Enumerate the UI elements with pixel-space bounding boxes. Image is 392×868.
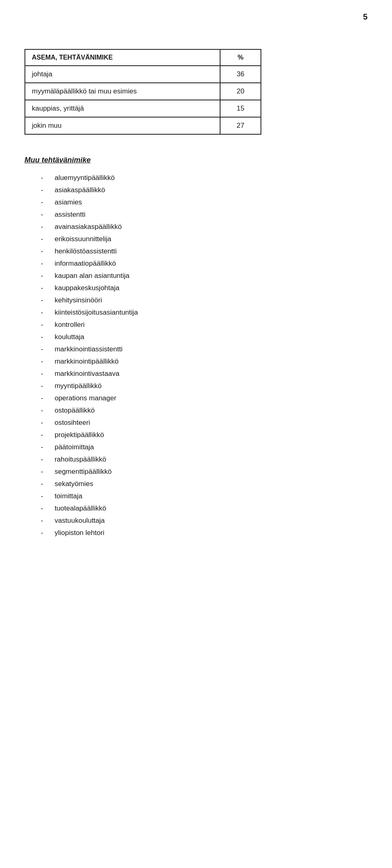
col2-header: %: [220, 49, 261, 66]
list-item-text: päätoimittaja: [55, 443, 368, 451]
col1-header: ASEMA, TEHTÄVÄNIMIKE: [25, 49, 220, 66]
list-dash: -: [41, 235, 43, 243]
list-item: -aluemyyntipäällikkö: [24, 172, 368, 184]
list-item-text: markkinointipäällikkö: [55, 357, 368, 366]
list-item: -markkinointipäällikkö: [24, 355, 368, 368]
list-item-text: operations manager: [55, 394, 368, 402]
row-label: jokin muu: [25, 117, 220, 134]
list-item: -vastuukouluttaja: [24, 515, 368, 527]
row-label: johtaja: [25, 66, 220, 83]
list-item: -assistentti: [24, 209, 368, 221]
list-dash: -: [41, 394, 43, 402]
list-dash: -: [41, 284, 43, 292]
list-item: -kaupan alan asiantuntija: [24, 270, 368, 282]
list-dash: -: [41, 504, 43, 513]
list-item: -avainasiakaspäällikkö: [24, 221, 368, 233]
list-item-text: erikoissuunnittelija: [55, 235, 368, 243]
list-item: -myyntipäällikkö: [24, 380, 368, 392]
list-item-text: rahoituspäällikkö: [55, 455, 368, 464]
list-item: -tuotealapäällikkö: [24, 502, 368, 515]
list-item: -kontrolleri: [24, 319, 368, 331]
list-item: -kehitysinsinööri: [24, 294, 368, 306]
list-item-text: ostosihteeri: [55, 419, 368, 427]
list-item: -ostosihteeri: [24, 417, 368, 429]
page-number: 5: [363, 12, 368, 22]
table-row: kauppias, yrittäjä15: [25, 100, 261, 117]
list-item: -projektipäällikkö: [24, 429, 368, 441]
list-item-text: aluemyyntipäällikkö: [55, 174, 368, 182]
row-label: kauppias, yrittäjä: [25, 100, 220, 117]
list-dash: -: [41, 480, 43, 488]
list-item-text: kehitysinsinööri: [55, 296, 368, 304]
list-dash: -: [41, 333, 43, 341]
list-dash: -: [41, 272, 43, 280]
other-section-title: Muu tehtävänimike: [24, 156, 368, 164]
list-item: -asiakaspäällikkö: [24, 184, 368, 196]
list-dash: -: [41, 345, 43, 353]
list-item: -kauppakeskusjohtaja: [24, 282, 368, 294]
list-dash: -: [41, 517, 43, 525]
list-item-text: assistentti: [55, 211, 368, 219]
list-item-text: kontrolleri: [55, 321, 368, 329]
list-dash: -: [41, 455, 43, 464]
page: 5 ASEMA, TEHTÄVÄNIMIKE % johtaja36myymäl…: [0, 0, 392, 868]
list-item: -kiinteistösijoitusasiantuntija: [24, 306, 368, 319]
list-item-text: asiamies: [55, 198, 368, 206]
list-item-text: asiakaspäällikkö: [55, 186, 368, 194]
list-item-text: markkinointiassistentti: [55, 345, 368, 353]
main-table: ASEMA, TEHTÄVÄNIMIKE % johtaja36myymäläp…: [24, 49, 261, 135]
list-dash: -: [41, 468, 43, 476]
list-dash: -: [41, 406, 43, 415]
list-item-text: segmenttipäällikkö: [55, 468, 368, 476]
row-value: 27: [220, 117, 261, 134]
list-item-text: henkilöstöassistentti: [55, 247, 368, 255]
list-dash: -: [41, 223, 43, 231]
list-item-text: tuotealapäällikkö: [55, 504, 368, 513]
list-item: -rahoituspäällikkö: [24, 453, 368, 466]
list-dash: -: [41, 357, 43, 366]
list-dash: -: [41, 296, 43, 304]
list-dash: -: [41, 443, 43, 451]
list-dash: -: [41, 321, 43, 329]
table-row: johtaja36: [25, 66, 261, 83]
list-item: -operations manager: [24, 392, 368, 404]
list-dash: -: [41, 419, 43, 427]
list-dash: -: [41, 529, 43, 537]
list-item-text: kiinteistösijoitusasiantuntija: [55, 309, 368, 317]
table-row: myymäläpäällikkö tai muu esimies20: [25, 83, 261, 100]
list-item-text: sekatyömies: [55, 480, 368, 488]
list-item: -yliopiston lehtori: [24, 527, 368, 539]
row-value: 20: [220, 83, 261, 100]
list-item-text: kouluttaja: [55, 333, 368, 341]
table-row: jokin muu27: [25, 117, 261, 134]
list-item: -ostopäällikkö: [24, 404, 368, 417]
other-items-list: -aluemyyntipäällikkö-asiakaspäällikkö-as…: [24, 172, 368, 539]
list-item-text: kauppakeskusjohtaja: [55, 284, 368, 292]
list-item: -segmenttipäällikkö: [24, 466, 368, 478]
list-dash: -: [41, 309, 43, 317]
list-item-text: kaupan alan asiantuntija: [55, 272, 368, 280]
row-value: 15: [220, 100, 261, 117]
list-dash: -: [41, 247, 43, 255]
list-item: -kouluttaja: [24, 331, 368, 343]
list-item: -toimittaja: [24, 490, 368, 502]
list-item: -informaatiopäällikkö: [24, 258, 368, 270]
list-item-text: yliopiston lehtori: [55, 529, 368, 537]
list-item-text: ostopäällikkö: [55, 406, 368, 415]
list-item-text: avainasiakaspäällikkö: [55, 223, 368, 231]
list-item-text: vastuukouluttaja: [55, 517, 368, 525]
row-value: 36: [220, 66, 261, 83]
list-item-text: myyntipäällikkö: [55, 382, 368, 390]
list-item-text: toimittaja: [55, 492, 368, 500]
list-item: -erikoissuunnittelija: [24, 233, 368, 245]
list-item-text: informaatiopäällikkö: [55, 260, 368, 268]
list-item: -henkilöstöassistentti: [24, 245, 368, 258]
list-dash: -: [41, 370, 43, 378]
table-section: ASEMA, TEHTÄVÄNIMIKE % johtaja36myymäläp…: [24, 49, 261, 135]
list-item-text: projektipäällikkö: [55, 431, 368, 439]
list-item-text: markkinointivastaava: [55, 370, 368, 378]
list-dash: -: [41, 186, 43, 194]
list-dash: -: [41, 198, 43, 206]
list-item: -sekatyömies: [24, 478, 368, 490]
list-item: -päätoimittaja: [24, 441, 368, 453]
